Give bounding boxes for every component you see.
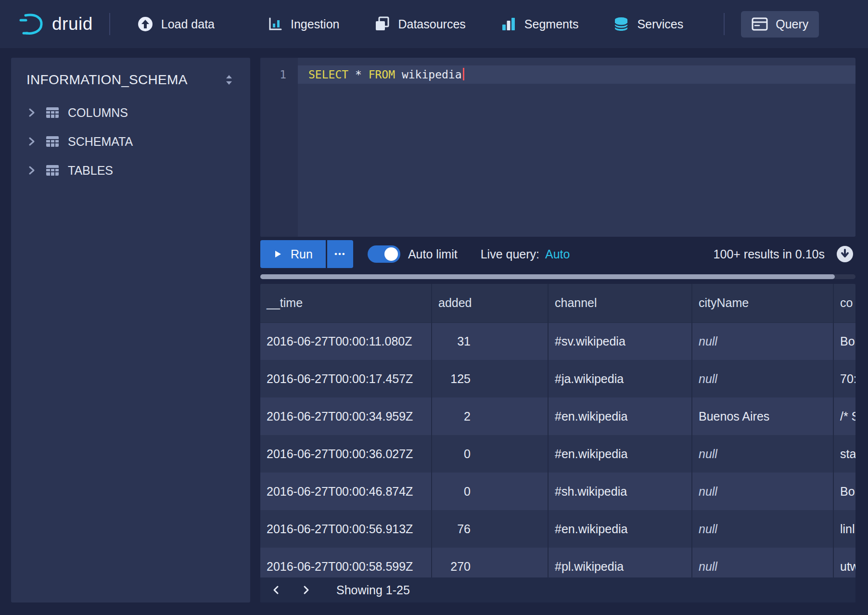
sql-editor[interactable]: 1 SELECT * FROM wikipedia <box>260 58 855 237</box>
table-cell[interactable]: 31 <box>432 322 548 360</box>
run-button[interactable]: Run <box>260 240 326 268</box>
tree-item-label: COLUMNS <box>68 106 128 120</box>
chevron-right-icon <box>26 136 37 147</box>
scrollbar-thumb[interactable] <box>260 274 835 279</box>
auto-limit-toggle[interactable] <box>368 245 400 263</box>
live-query-value[interactable]: Auto <box>545 247 570 261</box>
table-cell[interactable]: 0 <box>432 435 548 473</box>
pagination-next-button[interactable] <box>295 579 316 601</box>
query-toolbar: Run ••• Auto limit Live query: Auto 100+… <box>260 240 855 268</box>
results-body: 2016-06-27T00:00:11.080Z31#sv.wikipedian… <box>260 322 855 585</box>
tree-item-columns[interactable]: COLUMNS <box>11 98 250 127</box>
nav-item-datasources[interactable]: Datasources <box>363 10 476 38</box>
brand[interactable]: druid <box>19 13 93 36</box>
table-cell[interactable]: null <box>692 510 833 548</box>
table-cell[interactable]: #en.wikipedia <box>548 510 692 548</box>
table-cell[interactable]: null <box>692 473 833 510</box>
tree-item-tables[interactable]: TABLES <box>11 156 250 185</box>
nav-item-label: Query <box>776 17 808 31</box>
table-cell[interactable]: #sv.wikipedia <box>548 322 692 360</box>
results-summary: 100+ results in 0.10s <box>714 247 825 261</box>
sql-keyword: SELECT <box>308 68 348 81</box>
table-cell[interactable]: Bo <box>833 322 855 360</box>
run-more-button[interactable]: ••• <box>327 240 353 268</box>
table-cell[interactable]: 2016-06-27T00:00:34.959Z <box>260 397 432 435</box>
editor-gutter: 1 <box>260 58 298 237</box>
column-header-__time[interactable]: __time <box>260 284 432 322</box>
double-caret-sort-icon[interactable] <box>223 74 235 86</box>
table-row: 2016-06-27T00:00:17.457Z125#ja.wikipedia… <box>260 360 855 397</box>
table-cell[interactable]: 125 <box>432 360 548 397</box>
column-header-channel[interactable]: channel <box>548 284 692 322</box>
tree-item-label: SCHEMATA <box>68 135 133 149</box>
ingestion-chart-icon <box>268 16 283 32</box>
live-query-label: Live query: <box>481 247 539 261</box>
datasources-stack-icon <box>374 16 390 32</box>
table-cell[interactable]: 2016-06-27T00:00:36.027Z <box>260 435 432 473</box>
table-cell[interactable]: #en.wikipedia <box>548 397 692 435</box>
table-icon <box>45 135 60 148</box>
nav-item-label: Datasources <box>398 17 465 31</box>
table-cell[interactable]: /* S <box>833 397 855 435</box>
table-icon <box>45 106 60 119</box>
auto-limit-label: Auto limit <box>408 247 458 261</box>
table-cell[interactable]: #ja.wikipedia <box>548 360 692 397</box>
results-footer: Showing 1-25 <box>260 577 855 602</box>
table-icon <box>45 164 60 177</box>
column-header-added[interactable]: added <box>432 284 548 322</box>
table-cell[interactable]: 2 <box>432 397 548 435</box>
sql-star: * <box>355 68 362 81</box>
table-cell[interactable]: null <box>692 360 833 397</box>
chevron-right-icon <box>300 585 311 595</box>
sql-keyword: FROM <box>369 68 395 81</box>
table-cell[interactable]: Bo <box>833 473 855 510</box>
nav-item-segments[interactable]: Segments <box>490 10 589 38</box>
table-cell[interactable]: null <box>692 435 833 473</box>
table-row: 2016-06-27T00:00:11.080Z31#sv.wikipedian… <box>260 322 855 360</box>
toggle-knob <box>384 247 398 261</box>
nav-item-label: Segments <box>524 17 579 31</box>
table-cell[interactable]: Buenos Aires <box>692 397 833 435</box>
query-console-icon <box>752 17 768 31</box>
table-cell[interactable]: #en.wikipedia <box>548 435 692 473</box>
table-cell[interactable]: sta <box>833 435 855 473</box>
nav-item-load-data[interactable]: Load data <box>127 10 225 38</box>
tree-item-label: TABLES <box>68 164 113 178</box>
table-cell[interactable]: 2016-06-27T00:00:46.874Z <box>260 473 432 510</box>
upload-circle-icon <box>137 16 153 32</box>
table-cell[interactable]: null <box>692 322 833 360</box>
schema-tree: COLUMNS SCHEMATA <box>11 98 250 185</box>
brand-name: druid <box>52 14 93 34</box>
column-header-co[interactable]: co <box>833 284 855 322</box>
tree-item-schemata[interactable]: SCHEMATA <box>11 127 250 156</box>
results-panel: __timeaddedchannelcityNameco 2016-06-27T… <box>260 284 855 602</box>
nav-item-query[interactable]: Query <box>741 11 819 38</box>
table-cell[interactable]: 0 <box>432 473 548 510</box>
table-cell[interactable]: #sh.wikipedia <box>548 473 692 510</box>
showing-label: Showing 1-25 <box>336 583 410 597</box>
table-row: 2016-06-27T00:00:36.027Z0#en.wikipedianu… <box>260 435 855 473</box>
results-table: __timeaddedchannelcityNameco 2016-06-27T… <box>260 284 855 585</box>
run-label: Run <box>291 247 313 261</box>
horizontal-scrollbar[interactable] <box>260 274 855 279</box>
chevron-left-icon <box>271 585 282 595</box>
nav-item-services[interactable]: Services <box>602 10 694 38</box>
nav-item-label: Ingestion <box>291 17 339 31</box>
nav-item-ingestion[interactable]: Ingestion <box>257 10 350 38</box>
table-row: 2016-06-27T00:00:46.874Z0#sh.wikipedianu… <box>260 473 855 510</box>
table-cell[interactable]: 2016-06-27T00:00:11.080Z <box>260 322 432 360</box>
column-header-cityName[interactable]: cityName <box>692 284 833 322</box>
table-cell[interactable]: 76 <box>432 510 548 548</box>
table-cell[interactable]: 70: <box>833 360 855 397</box>
table-cell[interactable]: linl <box>833 510 855 548</box>
table-row: 2016-06-27T00:00:34.959Z2#en.wikipediaBu… <box>260 397 855 435</box>
schema-header: INFORMATION_SCHEMA <box>11 58 250 98</box>
nav-item-label: Services <box>637 17 683 31</box>
results-header-row: __timeaddedchannelcityNameco <box>260 284 855 322</box>
pagination-prev-button[interactable] <box>266 579 287 601</box>
table-cell[interactable]: 2016-06-27T00:00:56.913Z <box>260 510 432 548</box>
download-icon[interactable] <box>835 244 855 264</box>
table-cell[interactable]: 2016-06-27T00:00:17.457Z <box>260 360 432 397</box>
segments-bars-icon <box>500 16 517 32</box>
table-row: 2016-06-27T00:00:56.913Z76#en.wikipedian… <box>260 510 855 548</box>
